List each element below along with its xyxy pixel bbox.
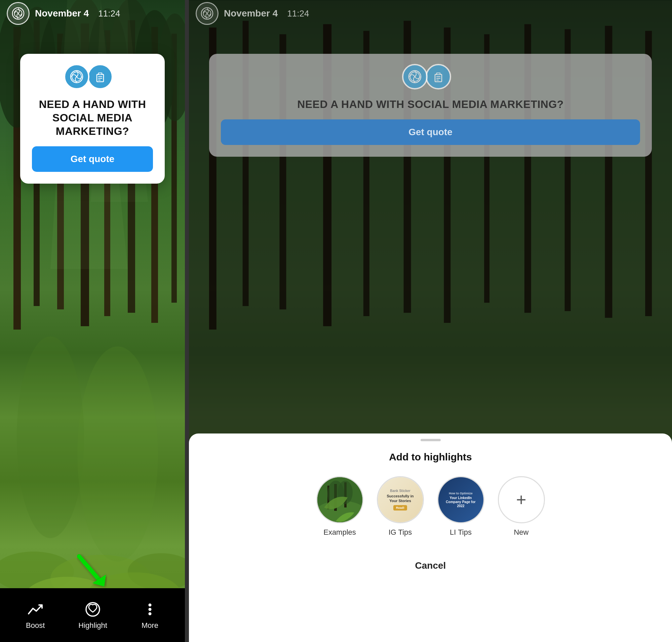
status-time-left: 11:24 bbox=[98, 9, 120, 19]
sheet-handle bbox=[421, 439, 441, 441]
globe-icon-circle-left bbox=[64, 64, 89, 89]
more-label: More bbox=[142, 621, 158, 630]
highlight-label-examples: Examples bbox=[323, 528, 356, 537]
status-bar-left: November 4 11:24 bbox=[0, 0, 185, 27]
cancel-button[interactable]: Cancel bbox=[202, 554, 659, 578]
highlight-label-new: New bbox=[514, 528, 528, 537]
story-card-left: NEED A HAND WITH SOCIAL MEDIA MARKETING?… bbox=[20, 54, 165, 184]
highlights-row: Examples Bank Sticker Successfully in Yo… bbox=[202, 476, 659, 537]
highlight-action[interactable]: Highlight bbox=[78, 600, 107, 630]
svg-line-33 bbox=[79, 556, 99, 580]
clipboard-icon-circle-left bbox=[87, 64, 113, 89]
highlight-thumb-examples bbox=[316, 476, 363, 523]
bottom-bar-left: Boost Highlight More bbox=[0, 588, 185, 642]
highlight-item-li-tips[interactable]: How to Optimize Your LinkedIn Company Pa… bbox=[437, 476, 484, 537]
highlight-item-ig-tips[interactable]: Bank Sticker Successfully in Your Storie… bbox=[377, 476, 424, 537]
profile-avatar-right bbox=[196, 2, 219, 25]
sheet-title: Add to highlights bbox=[202, 451, 659, 463]
new-highlight-circle[interactable]: + bbox=[498, 476, 545, 523]
status-bar-right: November 4 11:24 bbox=[189, 0, 672, 27]
card-title-right: NEED A HAND WITH SOCIAL MEDIA MARKETING? bbox=[221, 98, 640, 111]
get-quote-button-left[interactable]: Get quote bbox=[32, 146, 153, 172]
svg-point-22 bbox=[77, 346, 158, 562]
svg-point-37 bbox=[148, 608, 151, 611]
globe-icon-circle-right bbox=[402, 64, 428, 89]
more-icon bbox=[141, 600, 159, 618]
highlight-item-new[interactable]: + New bbox=[498, 476, 545, 537]
more-action[interactable]: More bbox=[141, 600, 159, 630]
profile-avatar-left bbox=[7, 2, 29, 25]
left-panel: November 4 11:24 bbox=[0, 0, 185, 642]
boost-label: Boost bbox=[26, 621, 45, 630]
highlight-label: Highlight bbox=[78, 621, 107, 630]
highlight-item-examples[interactable]: Examples bbox=[316, 476, 363, 537]
boost-action[interactable]: Boost bbox=[26, 600, 45, 630]
right-panel: November 4 11:24 bbox=[189, 0, 672, 642]
svg-point-36 bbox=[148, 604, 151, 607]
card-title-left: NEED A HAND WITH SOCIAL MEDIA MARKETING? bbox=[32, 98, 153, 138]
card-icons-right bbox=[221, 64, 640, 91]
green-arrow bbox=[72, 550, 113, 590]
status-date-right: November 4 bbox=[224, 8, 278, 19]
plus-icon: + bbox=[516, 491, 526, 509]
status-time-right: 11:24 bbox=[287, 9, 309, 19]
highlight-thumb-ig-tips: Bank Sticker Successfully in Your Storie… bbox=[377, 476, 424, 523]
story-card-right: NEED A HAND WITH SOCIAL MEDIA MARKETING?… bbox=[209, 54, 652, 157]
boost-icon bbox=[26, 600, 44, 618]
highlight-icon bbox=[84, 600, 102, 618]
highlight-label-li-tips: LI Tips bbox=[450, 528, 471, 537]
clipboard-icon-circle-right bbox=[426, 64, 451, 89]
svg-point-38 bbox=[148, 613, 151, 615]
get-quote-button-right: Get quote bbox=[221, 119, 640, 145]
bottom-sheet: Add to highlights bbox=[189, 434, 672, 642]
highlight-thumb-li-tips: How to Optimize Your LinkedIn Company Pa… bbox=[437, 476, 484, 523]
svg-point-21 bbox=[17, 336, 84, 538]
status-date-left: November 4 bbox=[35, 8, 89, 19]
highlight-label-ig-tips: IG Tips bbox=[389, 528, 412, 537]
card-icons-left bbox=[32, 64, 153, 91]
panel-divider bbox=[185, 0, 189, 642]
